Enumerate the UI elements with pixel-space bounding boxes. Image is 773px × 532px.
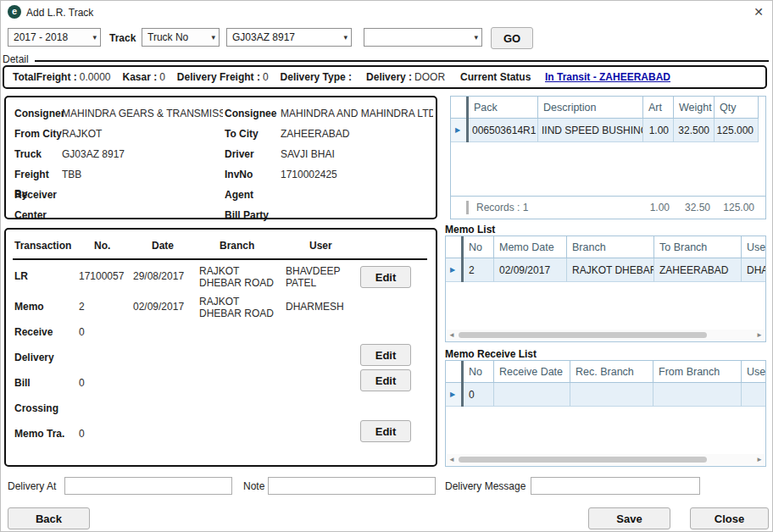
- description-col-header[interactable]: Description: [538, 97, 643, 119]
- art-cell[interactable]: 1.00: [643, 119, 674, 142]
- weight-col-header[interactable]: Weight: [674, 97, 715, 119]
- edit-lr-button[interactable]: Edit: [360, 266, 411, 288]
- app-logo-icon: e: [8, 5, 21, 19]
- field-label: Truck: [14, 145, 62, 164]
- branch-col-header[interactable]: Branch: [567, 236, 654, 258]
- consignment-panel: Consigner MAHINDRA GEARS & TRANSMISSIO C…: [4, 96, 437, 219]
- h-scrollbar[interactable]: ◄ ►: [447, 330, 765, 341]
- no-cell[interactable]: 2: [464, 258, 494, 282]
- delivery: Delivery :DOOR: [366, 71, 445, 83]
- memo-list-grid: No Memo Date Branch To Branch User ▶ 2 0…: [445, 236, 766, 342]
- row-selector[interactable]: ▶: [451, 119, 466, 142]
- chevron-down-icon: ▾: [92, 33, 97, 42]
- weight-total: 32.50: [674, 197, 710, 219]
- selector-header-cell: [446, 236, 461, 258]
- edit-delivery-button[interactable]: Edit: [360, 344, 411, 366]
- delivery-message-input[interactable]: [531, 477, 700, 495]
- field-value: RAJKOT: [62, 125, 223, 144]
- close-button[interactable]: Close: [690, 507, 769, 529]
- edit-memo-tra-button[interactable]: Edit: [360, 420, 411, 442]
- user-cell[interactable]: [742, 383, 765, 407]
- qty-col-header[interactable]: Qty: [715, 97, 759, 119]
- back-button[interactable]: Back: [8, 507, 90, 529]
- receive-date-col-header[interactable]: Receive Date: [494, 361, 570, 383]
- description-cell[interactable]: IIND SPEED BUSHING: [538, 119, 643, 142]
- h-scrollbar[interactable]: ◄ ►: [447, 454, 765, 465]
- add-lr-track-dialog: e Add L.R. Track ✕ 2017 - 2018 ▾ Track T…: [0, 0, 773, 532]
- user-col-header[interactable]: User: [742, 236, 765, 258]
- chevron-down-icon: ▾: [211, 33, 215, 42]
- track-by-select-value: Truck No: [147, 31, 208, 43]
- no-col-header[interactable]: No: [464, 236, 494, 258]
- field-value: MAHINDRA AND MAHINDRA LTD. Z: [281, 104, 433, 124]
- save-button[interactable]: Save: [588, 507, 670, 529]
- delivery-freight-label: Delivery Freight :: [177, 71, 260, 83]
- close-icon[interactable]: ✕: [750, 3, 767, 20]
- scroll-right-icon[interactable]: ►: [756, 331, 763, 339]
- row-label: Memo Tra.: [14, 428, 64, 440]
- secondary-combo[interactable]: ▾: [364, 28, 482, 47]
- field-value: SAVJI BHAI: [281, 145, 433, 164]
- receive-date-cell[interactable]: [494, 383, 570, 407]
- note-input[interactable]: [268, 477, 436, 495]
- pack-col-header[interactable]: Pack: [469, 97, 538, 119]
- current-status-link[interactable]: In Transit - ZAHEERABAD: [545, 71, 670, 83]
- row-selector[interactable]: ▶: [446, 258, 461, 282]
- field-value: GJ03AZ 8917: [62, 145, 223, 164]
- row-user: BHAVDEEP PATEL: [286, 265, 359, 289]
- delivery-label: Delivery :: [366, 71, 412, 83]
- row-date: 02/09/2017: [133, 301, 197, 313]
- kasar-value: 0: [159, 71, 165, 83]
- to-branch-col-header[interactable]: To Branch: [654, 236, 742, 258]
- edit-bill-button[interactable]: Edit: [360, 369, 411, 391]
- field-label: To City: [225, 125, 279, 144]
- delivery-at-input[interactable]: [64, 477, 232, 495]
- memo-date-cell[interactable]: 02/09/2017: [494, 258, 567, 282]
- track-value-combo[interactable]: GJ03AZ 8917 ▾: [226, 28, 352, 47]
- chevron-down-icon: ▾: [474, 33, 478, 42]
- from-branch-cell[interactable]: [653, 383, 742, 407]
- scroll-right-icon[interactable]: ►: [756, 456, 763, 463]
- window-title: Add L.R. Track: [26, 7, 93, 19]
- weight-cell[interactable]: 32.500: [674, 119, 715, 142]
- delivery-type-label: Delivery Type :: [281, 71, 352, 83]
- row-label: LR: [14, 270, 28, 282]
- from-branch-col-header[interactable]: From Branch: [653, 361, 742, 383]
- user-col-header[interactable]: User: [742, 361, 765, 383]
- year-select[interactable]: 2017 - 2018 ▾: [8, 28, 101, 47]
- art-col-header[interactable]: Art: [643, 97, 674, 119]
- transactions-panel: Transaction No. Date Branch User LR 1710…: [4, 228, 437, 467]
- header-divider: [13, 258, 427, 260]
- to-branch-cell[interactable]: ZAHEERABAD: [654, 258, 742, 282]
- no-col-header[interactable]: No: [464, 361, 494, 383]
- no-cell[interactable]: 0: [464, 383, 494, 407]
- go-button[interactable]: GO: [491, 27, 533, 49]
- scroll-left-icon[interactable]: ◄: [448, 331, 455, 339]
- row-selector[interactable]: ▶: [446, 383, 461, 407]
- scroll-left-icon[interactable]: ◄: [448, 456, 455, 463]
- qty-cell[interactable]: 125.000: [715, 119, 759, 142]
- scrollbar-thumb[interactable]: [459, 332, 707, 338]
- field-label: Driver: [225, 145, 279, 164]
- delivery-message-label: Delivery Message: [445, 480, 526, 492]
- row-date: 29/08/2017: [133, 270, 197, 282]
- total-freight-label: TotalFreight :: [13, 71, 77, 83]
- rec-branch-col-header[interactable]: Rec. Branch: [570, 361, 653, 383]
- row-label: Crossing: [14, 402, 58, 414]
- row-no: 0: [79, 428, 131, 440]
- memo-date-col-header[interactable]: Memo Date: [494, 236, 567, 258]
- detail-group-label: Detail: [3, 53, 29, 65]
- pack-grid-footer: Records : 1 1.00 32.50 125.00: [451, 196, 765, 219]
- scrollbar-thumb[interactable]: [459, 457, 707, 463]
- track-by-select[interactable]: Truck No ▾: [142, 28, 220, 47]
- branch-cell[interactable]: RAJKOT DHEBAR: [567, 258, 654, 282]
- row-branch: RAJKOT DHEBAR ROAD: [199, 265, 281, 289]
- pack-grid: Pack Description Art Weight Qty ▶ 006503…: [450, 96, 766, 219]
- current-status-label: Current Status: [460, 71, 531, 83]
- delivery-at-label: Delivery At: [8, 480, 56, 492]
- selector-header-cell: [446, 361, 461, 383]
- user-cell[interactable]: DHA: [742, 258, 765, 282]
- pack-cell[interactable]: 006503614R1: [469, 119, 538, 142]
- rec-branch-cell[interactable]: [570, 383, 653, 407]
- field-value: MAHINDRA GEARS & TRANSMISSIO: [62, 104, 223, 124]
